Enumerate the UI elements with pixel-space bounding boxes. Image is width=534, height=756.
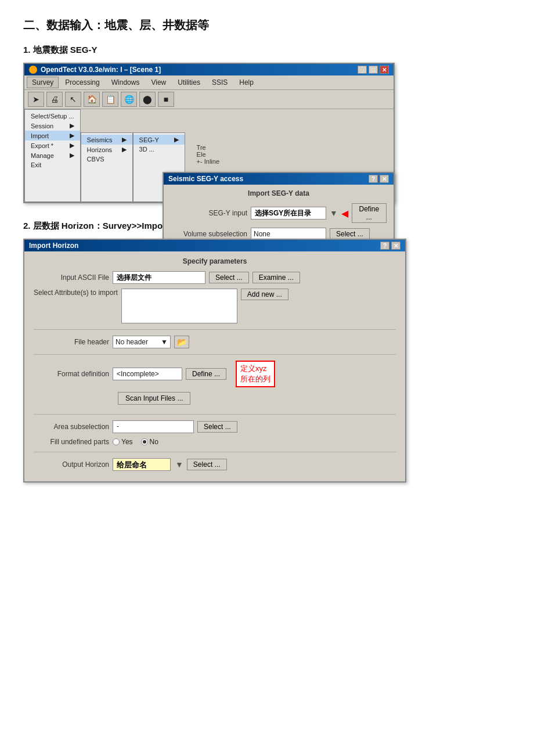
folder-icon[interactable]: 📂 [174,336,189,348]
scan-button[interactable]: Scan Input Files ... [118,392,190,405]
format-def-row: Format definition <Incomplete> Define ..… [34,361,396,387]
opendtect-title: OpendTect V3.0.3e/win: I – [Scene 1] [41,66,161,74]
fill-yes-circle[interactable] [113,438,120,445]
incomplete-field: <Incomplete> [113,368,182,380]
segy-input-indicator: ◀ [341,208,348,219]
horizon-help-btn[interactable]: ? [380,242,389,250]
submenu-3d[interactable]: 3D ... [134,145,185,154]
segy-input-field[interactable]: 选择SGY所在目录 [251,207,326,219]
output-horizon-label: Output Horizon [34,460,109,469]
toolbar-btn-1[interactable]: ➤ [28,92,44,107]
divider-3 [34,414,396,415]
output-horizon-field[interactable]: 给层命名 [113,458,171,471]
examine-button[interactable]: Examine ... [252,272,300,283]
file-header-dropdown[interactable]: No header ▼ [113,336,171,348]
toolbar-btn-7[interactable]: ⬤ [139,92,156,107]
window-body: Select/Setup ... Session▶ Import▶ Export… [24,109,394,202]
horizon-subtitle: Specify parameters [34,257,396,265]
horizon-close-btn[interactable]: ✕ [391,242,400,250]
define-horizon-button[interactable]: Define ... [186,368,226,380]
area-field: - [113,420,194,433]
menu-survey[interactable]: Survey [27,77,59,88]
annotation-line1: 定义xyz [240,363,270,374]
section-2: 2. 层数据 Horizon：Survey>>Import>>Horizon>>… [23,221,511,483]
menu-item-manage[interactable]: Manage▶ [25,150,80,160]
survey-menu-panel: Select/Setup ... Session▶ Import▶ Export… [24,109,81,202]
volume-label: Volume subselection [172,230,247,238]
opendtect-titlebar: OpendTect V3.0.3e/win: I – [Scene 1] _ □… [24,64,394,75]
define-button[interactable]: Define ... [352,203,387,223]
file-header-label: File header [34,338,109,346]
tree-item-tre: Tre [197,144,243,151]
fill-yes-radio[interactable]: Yes [113,438,133,446]
page-title: 二、数据输入：地震、层、井数据等 [23,17,511,33]
attributes-box[interactable] [121,289,237,323]
divider-2 [34,354,396,355]
submenu-segy[interactable]: SEG-Y▶ [134,135,185,145]
submenu-horizons[interactable]: Horizons▶ [81,145,132,154]
fill-undefined-label: Fill undefined parts [34,438,109,446]
section-1: 1. 地震数据 SEG-Y OpendTect V3.0.3e/win: I –… [23,45,511,203]
format-def-label: Format definition [34,370,109,378]
toolbar-btn-4[interactable]: 🏠 [84,92,100,107]
annotation-line2: 所在的列 [240,374,270,384]
output-horizon-row: Output Horizon 给层命名 ▼ Select ... [34,458,396,471]
fill-no-circle[interactable] [141,438,148,445]
toolbar-btn-3[interactable]: ↖ [65,92,81,107]
toolbar-btn-2[interactable]: 🖨 [46,92,63,107]
format-section: Format definition <Incomplete> Define ..… [34,361,396,408]
fill-no-radio[interactable]: No [141,438,158,446]
attributes-label: Select Attribute(s) to import [34,289,118,297]
menu-item-session[interactable]: Session▶ [25,121,80,131]
opendtect-window: OpendTect V3.0.3e/win: I – [Scene 1] _ □… [23,63,395,203]
menu-item-selectsetup[interactable]: Select/Setup ... [25,111,80,121]
output-horizon-arrow: ▼ [175,460,183,469]
segy-input-label: SEG-Y input [172,209,247,217]
segy-dialog-titlebar: Seismic SEG-Y access ? ✕ [164,173,394,185]
import-submenu-panel: Seismics▶ Horizons▶ CBVS [81,132,133,202]
fill-undefined-row: Fill undefined parts Yes No [34,438,396,446]
toolbar-btn-5[interactable]: 📋 [102,92,118,107]
horizon-titlebar: Import Horizon ? ✕ [24,240,405,251]
area-subselection-row: Area subselection - Select ... [34,420,396,433]
section-1-title: 1. 地震数据 SEG-Y [23,45,511,56]
menu-item-import[interactable]: Import▶ [25,131,80,141]
file-header-row: File header No header ▼ 📂 [34,336,396,348]
segy-input-arrow: ▼ [330,208,338,218]
menu-view[interactable]: View [146,77,171,88]
menu-windows[interactable]: Windows [106,77,145,88]
menu-utilities[interactable]: Utilities [172,77,205,88]
submenu-seismics[interactable]: Seismics▶ [81,135,132,145]
tree-item-ele: Ele [197,151,243,158]
menu-processing[interactable]: Processing [60,77,104,88]
menu-ssis[interactable]: SSIS [207,77,233,88]
segy-subtitle: Import SEG-Y data [172,189,385,197]
segy-dialog-title: Seismic SEG-Y access [168,175,243,183]
ascii-select-button[interactable]: Select ... [209,272,249,283]
horizon-title: Import Horizon [29,242,78,250]
attributes-row: Select Attribute(s) to import Add new ..… [34,289,396,323]
output-horizon-select-button[interactable]: Select ... [187,459,227,470]
close-btn[interactable]: ✕ [380,66,389,74]
fill-undefined-radio: Yes No [113,438,158,446]
submenu-cbvs[interactable]: CBVS [81,154,132,164]
horizon-body: Specify parameters Input ASCII File 选择层文… [24,251,405,481]
add-new-button[interactable]: Add new ... [241,289,288,300]
area-label: Area subselection [34,423,109,431]
divider-4 [34,452,396,452]
volume-select-button[interactable]: Select ... [330,228,370,240]
menu-item-export[interactable]: Export *▶ [25,141,80,150]
scan-row: Scan Input Files ... [118,392,396,408]
segy-close-btn[interactable]: ✕ [380,175,389,183]
minimize-btn[interactable]: _ [358,66,367,74]
maximize-btn[interactable]: □ [369,66,378,74]
area-select-button[interactable]: Select ... [197,421,237,433]
import-horizon-window: Import Horizon ? ✕ Specify parameters In… [23,239,406,483]
toolbar-btn-6[interactable]: 🌐 [121,92,137,107]
toolbar-btn-8[interactable]: ■ [158,92,174,107]
ascii-file-field[interactable]: 选择层文件 [113,271,205,284]
divider-1 [34,329,396,330]
menu-help[interactable]: Help [234,77,259,88]
menu-item-exit[interactable]: Exit [25,160,80,170]
segy-help-btn[interactable]: ? [369,175,378,183]
